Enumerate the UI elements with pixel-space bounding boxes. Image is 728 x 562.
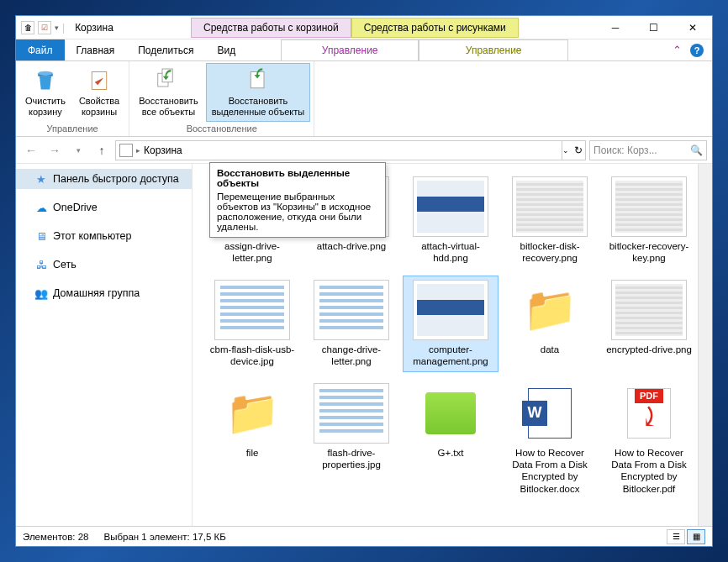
- properties-icon[interactable]: ☑: [38, 21, 51, 34]
- nav-recent-dropdown[interactable]: ▾: [68, 140, 88, 160]
- help-icon[interactable]: ?: [690, 44, 704, 57]
- restore-selected-button[interactable]: Восстановить выделенные объекты: [206, 63, 311, 122]
- file-item[interactable]: encrypted-drive.png: [601, 276, 697, 372]
- status-item-count: Элементов: 28: [23, 532, 88, 542]
- file-name: flash-drive-properties.jpg: [308, 447, 395, 471]
- file-item[interactable]: WHow to Recover Data From a Disk Encrypt…: [502, 379, 598, 500]
- ribbon-collapse-icon[interactable]: ⌃: [673, 44, 682, 56]
- bin-properties-button[interactable]: Свойства корзины: [73, 63, 125, 122]
- nav-forward-button[interactable]: →: [45, 140, 65, 160]
- status-selection: Выбран 1 элемент: 17,5 КБ: [103, 532, 225, 542]
- search-input[interactable]: Поиск: Корз... 🔍: [589, 140, 707, 160]
- image-thumbnail: [314, 383, 389, 444]
- sidebar-item-quick-access[interactable]: ★ Панель быстрого доступа: [16, 169, 192, 189]
- recycle-bin-icon: [119, 144, 133, 157]
- file-name: change-drive-letter.png: [308, 344, 395, 368]
- address-bar: ← → ▾ ↑ ▸ Корзина ⌄↻ Поиск: Корз... 🔍: [16, 137, 712, 164]
- computer-icon: 🖥: [34, 229, 48, 243]
- tooltip-title: Восстановить выделенные объекты: [217, 168, 378, 188]
- network-icon: 🖧: [34, 258, 48, 271]
- file-item[interactable]: bitlocker-disk-recovery.png: [502, 172, 598, 269]
- file-item[interactable]: PDF⤸How to Recover Data From a Disk Encr…: [601, 379, 697, 500]
- ribbon-tabs: Файл Главная Поделиться Вид Управление У…: [16, 39, 712, 61]
- context-tab-bin-tools[interactable]: Средства работы с корзиной: [191, 18, 351, 38]
- context-tab-picture-tools[interactable]: Средства работы с рисунками: [351, 18, 519, 38]
- file-item[interactable]: flash-drive-properties.jpg: [303, 379, 399, 500]
- navigation-pane: ★ Панель быстрого доступа ☁ OneDrive 🖥 Э…: [16, 164, 193, 526]
- recycle-bin-icon[interactable]: 🗑: [21, 21, 34, 34]
- breadcrumb-location[interactable]: Корзина: [144, 144, 182, 156]
- file-item[interactable]: 📁data: [502, 276, 598, 372]
- refresh-icon[interactable]: ↻: [574, 144, 583, 156]
- tab-view[interactable]: Вид: [205, 39, 247, 60]
- file-item[interactable]: cbm-flash-disk-usb-device.jpg: [204, 276, 300, 372]
- file-name: attach-drive.png: [317, 240, 386, 252]
- sidebar-item-homegroup[interactable]: 👥 Домашняя группа: [16, 283, 192, 303]
- file-item[interactable]: 📁file: [204, 379, 300, 500]
- nav-up-button[interactable]: ↑: [92, 140, 112, 160]
- onedrive-icon: ☁: [34, 201, 48, 214]
- sidebar-item-this-pc[interactable]: 🖥 Этот компьютер: [16, 226, 192, 246]
- file-name: How to Recover Data From a Disk Encrypte…: [605, 447, 693, 496]
- file-item[interactable]: computer-management.png: [403, 276, 499, 372]
- svg-point-0: [38, 71, 53, 76]
- image-thumbnail: [512, 176, 588, 237]
- restore-all-button[interactable]: Восстановить все объекты: [133, 63, 203, 122]
- explorer-window: 🗑 ☑ ▾ | Корзина Средства работы с корзин…: [15, 15, 713, 547]
- scrollbar[interactable]: [698, 164, 712, 526]
- file-item[interactable]: bitlocker-recovery-key.png: [601, 172, 697, 269]
- tab-file[interactable]: Файл: [16, 39, 65, 60]
- image-thumbnail: [314, 280, 389, 340]
- maximize-button[interactable]: ☐: [635, 16, 673, 39]
- tab-manage-pictures[interactable]: Управление: [419, 39, 568, 60]
- tab-share[interactable]: Поделиться: [126, 39, 205, 60]
- tab-home[interactable]: Главная: [65, 39, 127, 60]
- chevron-down-icon[interactable]: ⌄: [562, 146, 569, 155]
- folder-icon: 📁: [214, 383, 290, 444]
- image-thumbnail: [611, 280, 687, 340]
- ribbon-body: Очистить корзину Свойства корзины Управл…: [16, 61, 712, 137]
- file-name: computer-management.png: [407, 344, 494, 368]
- close-button[interactable]: ✕: [673, 16, 712, 39]
- file-item[interactable]: attach-virtual-hdd.png: [403, 172, 499, 269]
- tooltip: Восстановить выделенные объекты Перемеще…: [209, 162, 386, 238]
- file-name: assign-drive-letter.png: [208, 240, 296, 265]
- breadcrumb[interactable]: ▸ Корзина ⌄↻: [115, 140, 586, 160]
- file-name: file: [246, 447, 259, 459]
- window-title: Корзина: [75, 22, 113, 34]
- image-thumbnail: [611, 176, 687, 237]
- file-item[interactable]: G+.txt: [403, 379, 499, 500]
- file-name: attach-virtual-hdd.png: [407, 240, 494, 265]
- chevron-down-icon[interactable]: ▾: [55, 24, 59, 32]
- view-details-button[interactable]: ☰: [667, 529, 685, 544]
- view-thumbnails-button[interactable]: ▦: [687, 529, 705, 544]
- folder-icon: 📁: [512, 280, 588, 340]
- empty-bin-button[interactable]: Очистить корзину: [19, 63, 71, 122]
- file-name: encrypted-drive.png: [606, 344, 692, 355]
- restore-all-icon: [155, 67, 182, 94]
- sidebar-item-onedrive[interactable]: ☁ OneDrive: [16, 197, 192, 218]
- ribbon-group-manage: Управление: [19, 122, 125, 135]
- image-thumbnail: [413, 280, 488, 340]
- nav-back-button[interactable]: ←: [21, 140, 41, 160]
- minimize-button[interactable]: ─: [596, 16, 635, 39]
- recycle-bin-icon: [32, 67, 59, 94]
- file-name: How to Recover Data From a Disk Encrypte…: [506, 447, 593, 496]
- status-bar: Элементов: 28 Выбран 1 элемент: 17,5 КБ …: [16, 526, 712, 546]
- tab-manage-bin[interactable]: Управление: [281, 39, 419, 60]
- ribbon-group-restore: Восстановление: [133, 122, 310, 135]
- sidebar-item-network[interactable]: 🖧 Сеть: [16, 255, 192, 275]
- file-item[interactable]: change-drive-letter.png: [303, 276, 399, 372]
- file-name: G+.txt: [438, 447, 464, 459]
- tooltip-body: Перемещение выбранных объектов из "Корзи…: [217, 192, 378, 232]
- image-thumbnail: [413, 176, 488, 237]
- star-icon: ★: [34, 172, 48, 186]
- image-thumbnail: [214, 280, 290, 340]
- restore-selected-icon: [245, 67, 272, 94]
- file-name: bitlocker-recovery-key.png: [605, 240, 693, 265]
- file-name: data: [541, 344, 559, 355]
- titlebar: 🗑 ☑ ▾ | Корзина Средства работы с корзин…: [16, 16, 712, 39]
- file-name: bitlocker-disk-recovery.png: [506, 240, 593, 265]
- quick-access-toolbar: 🗑 ☑ ▾ |: [21, 21, 65, 34]
- pdf-document-icon: PDF⤸: [611, 383, 687, 444]
